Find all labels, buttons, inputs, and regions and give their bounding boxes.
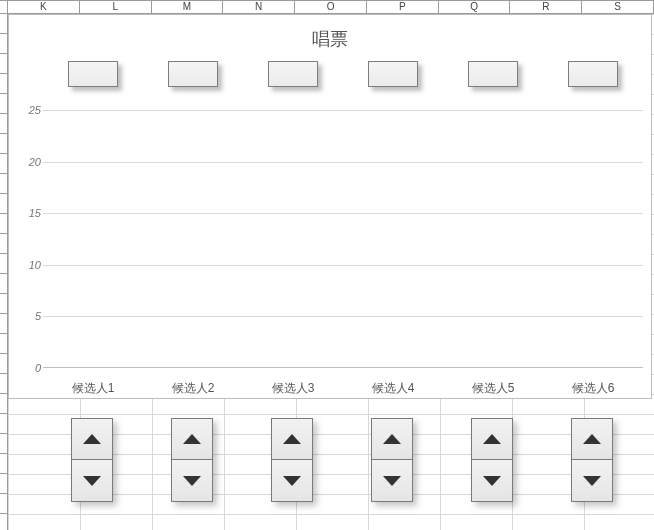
chart-title: 唱票 [9,27,651,51]
spinner-6 [571,418,613,502]
triangle-down-icon [83,476,101,486]
row-header[interactable] [0,234,7,254]
spinner-cell [442,418,542,502]
spinner-row [42,418,642,502]
row-header[interactable] [0,194,7,214]
spinner-up-button[interactable] [171,418,213,460]
row-header[interactable] [0,154,7,174]
triangle-up-icon [83,434,101,444]
spinner-3 [271,418,313,502]
row-header[interactable] [0,74,7,94]
spinner-down-button[interactable] [71,460,113,502]
vote-button-5[interactable] [468,61,518,87]
row-header[interactable] [0,54,7,74]
spinner-down-button[interactable] [471,460,513,502]
vote-button-2[interactable] [168,61,218,87]
spinner-up-button[interactable] [471,418,513,460]
row-header[interactable] [0,354,7,374]
spinner-cell [42,418,142,502]
triangle-up-icon [183,434,201,444]
row-header[interactable] [0,94,7,114]
row-header[interactable] [0,494,7,514]
row-headers [0,14,8,530]
triangle-up-icon [583,434,601,444]
y-tick-label: 25 [11,104,41,116]
gridline [43,265,643,266]
row-header[interactable] [0,134,7,154]
triangle-up-icon [283,434,301,444]
row-header[interactable] [0,34,7,54]
triangle-down-icon [583,476,601,486]
triangle-down-icon [183,476,201,486]
triangle-up-icon [483,434,501,444]
x-tick-label: 候选人3 [243,380,343,397]
vote-button-6[interactable] [568,61,618,87]
row-header[interactable] [0,294,7,314]
legend-cell [543,61,643,87]
row-header[interactable] [0,114,7,134]
legend-cell [243,61,343,87]
row-header[interactable] [0,514,7,530]
x-tick-label: 候选人5 [443,380,543,397]
row-header[interactable] [0,174,7,194]
x-tick-label: 候选人6 [543,380,643,397]
column-headers: KLMNOPQRS [0,0,654,14]
spinner-cell [542,418,642,502]
spinner-cell [242,418,342,502]
column-header-O[interactable]: O [295,0,367,13]
spinner-1 [71,418,113,502]
legend-cell [43,61,143,87]
spinner-cell [342,418,442,502]
y-tick-label: 0 [11,362,41,374]
row-header[interactable] [0,374,7,394]
vote-button-4[interactable] [368,61,418,87]
spinner-2 [171,418,213,502]
row-header-gutter [0,0,8,13]
x-tick-label: 候选人4 [343,380,443,397]
column-header-R[interactable]: R [510,0,582,13]
vote-button-3[interactable] [268,61,318,87]
row-header[interactable] [0,14,7,34]
gridline [43,316,643,317]
triangle-down-icon [483,476,501,486]
row-header[interactable] [0,334,7,354]
spinner-up-button[interactable] [71,418,113,460]
spinner-down-button[interactable] [371,460,413,502]
column-header-K[interactable]: K [8,0,80,13]
spinner-cell [142,418,242,502]
spinner-down-button[interactable] [171,460,213,502]
row-header[interactable] [0,214,7,234]
legend-button-row [43,61,643,87]
row-header[interactable] [0,274,7,294]
column-header-L[interactable]: L [80,0,152,13]
x-axis-line [43,367,643,368]
row-header[interactable] [0,454,7,474]
column-header-S[interactable]: S [582,0,654,13]
column-header-M[interactable]: M [152,0,224,13]
spinner-up-button[interactable] [271,418,313,460]
column-header-N[interactable]: N [223,0,295,13]
y-tick-label: 20 [11,156,41,168]
triangle-up-icon [383,434,401,444]
row-header[interactable] [0,434,7,454]
row-header[interactable] [0,414,7,434]
column-header-P[interactable]: P [367,0,439,13]
y-tick-label: 5 [11,310,41,322]
spinner-down-button[interactable] [271,460,313,502]
spinner-4 [371,418,413,502]
chart-container[interactable]: 唱票 候选人1候选人2候选人3候选人4候选人5候选人6 0510152025 [8,14,652,399]
gridline [43,110,643,111]
vote-button-1[interactable] [68,61,118,87]
y-tick-label: 15 [11,207,41,219]
x-tick-label: 候选人2 [143,380,243,397]
spinner-up-button[interactable] [371,418,413,460]
triangle-down-icon [383,476,401,486]
spinner-up-button[interactable] [571,418,613,460]
spinner-down-button[interactable] [571,460,613,502]
row-header[interactable] [0,314,7,334]
row-header[interactable] [0,254,7,274]
column-header-Q[interactable]: Q [439,0,511,13]
row-header[interactable] [0,474,7,494]
row-header[interactable] [0,394,7,414]
gridline [43,162,643,163]
